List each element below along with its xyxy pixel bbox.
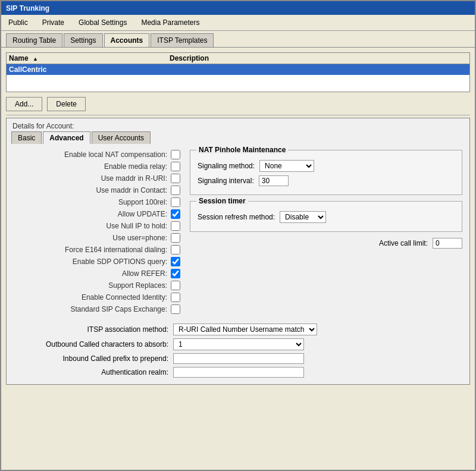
bottom-form: ITSP association method:R-URI Called Num… (7, 320, 469, 384)
signaling-method-row: Signaling method: None OPTIONS REGISTER (198, 160, 455, 172)
right-col: NAT Pinhole Maintenance Signaling method… (190, 150, 462, 316)
tab-basic[interactable]: Basic (11, 131, 42, 144)
bottom-row-1: Outbound Called characters to absorb:012… (14, 338, 462, 350)
bottom-label-2: Inbound Called prefix to prepend: (14, 354, 168, 363)
tab-user-accounts[interactable]: User Accounts (92, 131, 151, 144)
checkbox-row-4: Support 100rel: (14, 197, 180, 207)
checkbox-label-10: Allow REFER: (14, 269, 167, 278)
checkbox-row-2: Use maddr in R-URI: (14, 174, 180, 183)
menu-media-parameters[interactable]: Media Parameters (139, 17, 202, 28)
col-desc-header: Description (170, 54, 467, 62)
session-timer-group: Session timer Session refresh method: Di… (190, 201, 462, 232)
checkbox-3[interactable] (171, 186, 180, 195)
nat-pinhole-group: NAT Pinhole Maintenance Signaling method… (190, 150, 462, 195)
tab-advanced[interactable]: Advanced (43, 131, 90, 144)
checkbox-row-6: Use Null IP to hold: (14, 221, 180, 231)
checkbox-12[interactable] (171, 293, 180, 302)
checkbox-row-8: Force E164 international dialing: (14, 245, 180, 255)
checkbox-row-5: Allow UPDATE: (14, 209, 180, 219)
delete-button[interactable]: Delete (47, 97, 86, 111)
checkbox-4[interactable] (171, 197, 180, 207)
checkbox-row-9: Enable SDP OPTIONS query: (14, 257, 180, 266)
menu-private[interactable]: Private (40, 17, 67, 28)
active-call-input[interactable] (433, 238, 462, 249)
menu-bar: Public Private Global Settings Media Par… (1, 15, 475, 31)
checkbox-0[interactable] (171, 150, 180, 159)
details-title: Details for Account: (7, 118, 469, 131)
checkbox-label-12: Enable Connected Identity: (14, 293, 167, 302)
tab-routing-table[interactable]: Routing Table (6, 33, 62, 47)
checkbox-1[interactable] (171, 162, 180, 171)
menu-global-settings[interactable]: Global Settings (76, 17, 129, 28)
bottom-label-3: Authentication realm: (14, 368, 168, 376)
checkbox-row-12: Enable Connected Identity: (14, 293, 180, 302)
row-name: CallCentric (9, 65, 170, 74)
checkbox-11[interactable] (171, 281, 180, 290)
main-window: SIP Trunking Public Private Global Setti… (0, 0, 476, 471)
bottom-select-0[interactable]: R-URI Called Number Username matchFrom U… (173, 324, 317, 335)
checkbox-7[interactable] (171, 233, 180, 243)
checkbox-9[interactable] (171, 257, 180, 266)
checkbox-label-9: Enable SDP OPTIONS query: (14, 258, 167, 266)
session-method-label: Session refresh method: (198, 213, 275, 221)
inner-tab-bar: Basic Advanced User Accounts (7, 131, 469, 144)
title-bar: SIP Trunking (1, 1, 475, 15)
checkbox-label-4: Support 100rel: (14, 198, 167, 206)
checkbox-row-10: Allow REFER: (14, 269, 180, 278)
main-tab-bar: Routing Table Settings Accounts ITSP Tem… (1, 31, 475, 48)
nat-pinhole-title: NAT Pinhole Maintenance (196, 146, 288, 154)
bottom-row-2: Inbound Called prefix to prepend: (14, 353, 462, 364)
checkbox-label-5: Allow UPDATE: (14, 210, 167, 218)
bottom-label-0: ITSP association method: (14, 325, 168, 334)
checkbox-label-0: Enable local NAT compensation: (14, 150, 167, 159)
advanced-form: Enable local NAT compensation:Enable med… (7, 146, 469, 320)
checkbox-row-13: Standard SIP Caps Exchange: (14, 304, 180, 314)
checkbox-row-3: Use maddr in Contact: (14, 186, 180, 195)
account-buttons: Add... Delete (6, 97, 470, 111)
checkbox-label-11: Support Replaces: (14, 281, 167, 290)
checkbox-13[interactable] (171, 304, 180, 314)
signaling-method-select[interactable]: None OPTIONS REGISTER (259, 160, 314, 172)
table-header: Name ▲ Description (7, 53, 469, 64)
checkbox-5[interactable] (171, 209, 180, 219)
session-method-row: Session refresh method: Disable INVITE U… (198, 211, 455, 223)
bottom-row-0: ITSP association method:R-URI Called Num… (14, 324, 462, 335)
checkbox-label-2: Use maddr in R-URI: (14, 174, 167, 183)
signaling-interval-row: Signaling interval: (198, 175, 455, 186)
bottom-row-3: Authentication realm: (14, 367, 462, 378)
signaling-method-label: Signaling method: (198, 162, 255, 170)
checkbox-8[interactable] (171, 245, 180, 255)
tab-itsp-templates[interactable]: ITSP Templates (151, 33, 214, 47)
session-method-select[interactable]: Disable INVITE UPDATE (280, 211, 326, 223)
bottom-input-2[interactable] (173, 353, 304, 364)
accounts-table: Name ▲ Description CallCentric (6, 52, 470, 92)
details-section: Details for Account: Basic Advanced User… (6, 118, 470, 385)
checkbox-6[interactable] (171, 221, 180, 231)
bottom-select-1[interactable]: 012345 (173, 338, 304, 350)
checkbox-label-13: Standard SIP Caps Exchange: (14, 305, 167, 313)
checkbox-row-1: Enable media relay: (14, 162, 180, 171)
signaling-interval-input[interactable] (259, 175, 289, 186)
session-timer-title: Session timer (196, 197, 248, 205)
checkbox-10[interactable] (171, 269, 180, 278)
checkbox-row-11: Support Replaces: (14, 281, 180, 290)
main-content: Name ▲ Description CallCentric Add... De… (1, 48, 475, 390)
bottom-label-1: Outbound Called characters to absorb: (14, 340, 168, 348)
row-desc (170, 65, 467, 74)
add-button[interactable]: Add... (6, 97, 42, 111)
checkbox-label-6: Use Null IP to hold: (14, 222, 167, 230)
window-title: SIP Trunking (6, 4, 49, 12)
checkbox-label-3: Use maddr in Contact: (14, 186, 167, 194)
sort-icon: ▲ (33, 56, 38, 62)
left-checkboxes: Enable local NAT compensation:Enable med… (14, 150, 180, 316)
col-name-header: Name ▲ (9, 54, 170, 62)
checkbox-row-7: Use user=phone: (14, 233, 180, 243)
checkbox-2[interactable] (171, 174, 180, 183)
divider (6, 115, 470, 115)
tab-accounts[interactable]: Accounts (104, 33, 150, 47)
signaling-interval-label: Signaling interval: (198, 177, 254, 185)
table-row[interactable]: CallCentric (7, 64, 469, 75)
bottom-input-3[interactable] (173, 367, 304, 378)
menu-public[interactable]: Public (6, 17, 30, 28)
tab-settings[interactable]: Settings (64, 33, 102, 47)
